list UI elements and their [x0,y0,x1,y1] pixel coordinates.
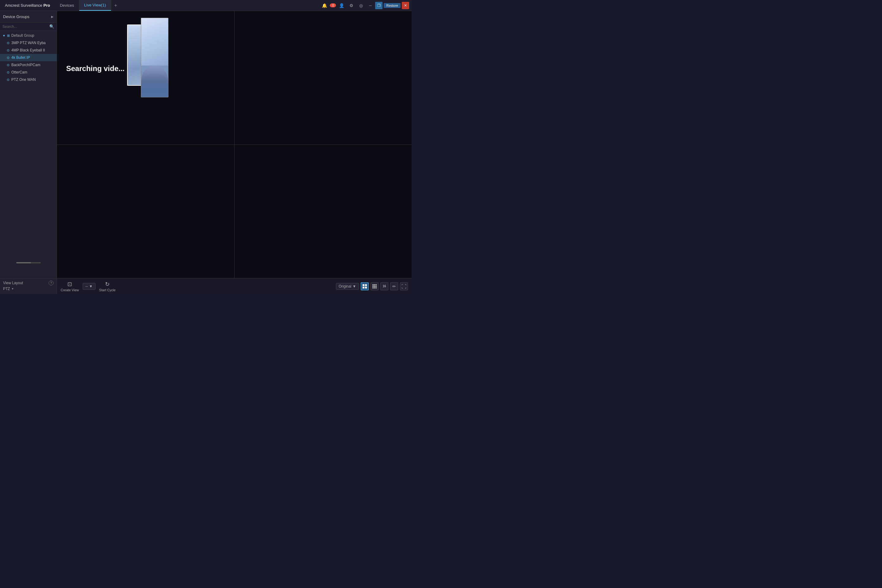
sidebar: Device Groups ▶ 🔍 ▼ ⊞ Default Group ⊙ 3M… [0,11,57,294]
camera-icon-3: ⊙ [7,63,9,67]
app-title-bold: Pro [44,3,50,8]
layout-2x2-button[interactable] [361,282,369,290]
quality-dropdown[interactable]: Original ▼ [336,283,359,290]
svg-rect-4 [372,284,374,285]
device-label-5: PTZ One WAN [11,78,36,82]
video-grid: Searching vide... [57,11,412,278]
quality-arrow: ▼ [352,284,356,288]
svg-rect-12 [375,287,376,288]
layout-16-button[interactable]: 16 [380,282,388,290]
search-icon[interactable]: 🔍 [49,24,54,29]
device-label-1: 4MP Black Eyeball II [11,48,45,52]
device-groups-header[interactable]: Device Groups ▶ [0,11,57,22]
network-button[interactable]: ◎ [357,1,365,10]
cycle-dropdown-arrow: ▼ [89,284,93,288]
device-list: ▼ ⊞ Default Group ⊙ 3MP PTZ WAN Eyba ⊙ 4… [0,31,57,278]
video-cell-3[interactable] [57,145,234,278]
add-tab-button[interactable]: + [111,3,120,8]
restore-window-button[interactable]: ❐ [375,2,382,9]
default-group-header[interactable]: ▼ ⊞ Default Group [0,32,57,39]
fullscreen-button[interactable] [400,282,408,290]
settings-icon: ⚙ [350,3,353,8]
settings-button[interactable]: ⚙ [347,1,356,10]
notification-button[interactable]: 🔔 [320,1,328,10]
cycle-value: -- [86,284,88,288]
close-button[interactable]: ✕ [402,2,409,9]
start-cycle-button[interactable]: ↻ Start Cycle [99,281,116,292]
user-button[interactable]: 👤 [337,1,346,10]
app-title: Amcrest Surveillance Pro [0,3,55,8]
bottom-right-controls: Original ▼ 16 [336,282,408,290]
preview-panel-right [141,18,168,98]
svg-rect-10 [372,287,374,288]
device-label-3: BackPorchIPCam [11,63,40,67]
tab-live-view[interactable]: Live View(1) [80,0,111,11]
camera-icon-4: ⊙ [7,70,9,74]
device-item-1[interactable]: ⊙ 4MP Black Eyeball II [0,46,57,54]
view-layout-label: View Layout [3,281,23,285]
svg-rect-1 [365,284,367,286]
user-icon: 👤 [339,3,344,8]
device-item-2[interactable]: ⊙ 4k Bullet IP [0,54,57,61]
help-button[interactable]: ? [49,280,54,285]
tab-list: Devices Live View(1) + [55,0,320,11]
camera-icon-5: ⊙ [7,78,9,82]
view-layout-row: View Layout ? [3,280,54,285]
device-label-2: 4k Bullet IP [11,56,30,60]
svg-rect-9 [375,286,376,287]
device-label-4: OtterCam [11,70,27,74]
svg-rect-7 [372,286,374,287]
edit-layout-button[interactable]: ✏ [390,282,398,290]
layout-16-label: 16 [382,285,386,288]
svg-rect-6 [375,284,376,285]
preview-container: Searching vide... [57,11,234,144]
svg-rect-0 [363,284,364,286]
device-item-3[interactable]: ⊙ BackPorchIPCam [0,61,57,69]
searching-text: Searching vide... [66,64,124,73]
create-view-label: Create View [61,288,79,292]
bottom-bar: ⊡ Create View -- ▼ ↻ Start Cycle Origina… [57,278,412,294]
video-cell-4[interactable] [235,145,412,278]
create-view-button[interactable]: ⊡ Create View [61,281,79,292]
device-label-0: 3MP PTZ WAN Eyba [11,41,46,45]
expand-icon: ▼ [3,34,6,38]
svg-rect-11 [374,287,375,288]
tab-devices[interactable]: Devices [55,0,79,11]
start-cycle-label: Start Cycle [99,288,116,292]
bell-icon: 🔔 [322,3,327,8]
restore-icon: ❐ [377,3,381,8]
svg-rect-8 [374,286,375,287]
group-icon: ⊞ [7,34,10,38]
pencil-icon: ✏ [392,284,396,289]
camera-icon-2: ⊙ [7,56,9,60]
video-cell-1[interactable]: Searching vide... [57,11,234,144]
search-bar: 🔍 [0,22,57,31]
main-layout: Device Groups ▶ 🔍 ▼ ⊞ Default Group ⊙ 3M… [0,11,412,294]
video-cell-2[interactable] [235,11,412,144]
quality-value: Original [339,284,351,288]
cycle-dropdown[interactable]: -- ▼ [82,283,96,290]
close-icon: ✕ [404,3,407,8]
layout-3x3-button[interactable] [370,282,378,290]
start-cycle-icon: ↻ [105,281,110,288]
svg-rect-2 [363,286,364,288]
camera-icon-0: ⊙ [7,41,9,45]
device-item-0[interactable]: ⊙ 3MP PTZ WAN Eyba [0,39,57,46]
search-input[interactable] [3,24,49,29]
sidebar-scrollbar-thumb [16,262,31,263]
minimize-button[interactable]: ─ [367,2,374,9]
network-icon: ◎ [359,3,363,8]
device-item-4[interactable]: ⊙ OtterCam [0,69,57,76]
group-label: Default Group [11,33,34,38]
title-bar: Amcrest Surveillance Pro Devices Live Vi… [0,0,412,11]
layout-dropdown-arrow: ▼ [11,287,14,290]
minimize-icon: ─ [369,3,372,8]
device-item-5[interactable]: ⊙ PTZ One WAN [0,76,57,83]
notification-badge: 0 [330,3,336,8]
layout-dropdown[interactable]: PTZ ▼ [3,285,54,292]
restore-label-button[interactable]: Restore [384,3,400,8]
create-view-icon: ⊡ [68,281,72,288]
device-groups-arrow: ▶ [51,15,54,18]
layout-value: PTZ [3,286,10,291]
svg-rect-5 [374,284,375,285]
